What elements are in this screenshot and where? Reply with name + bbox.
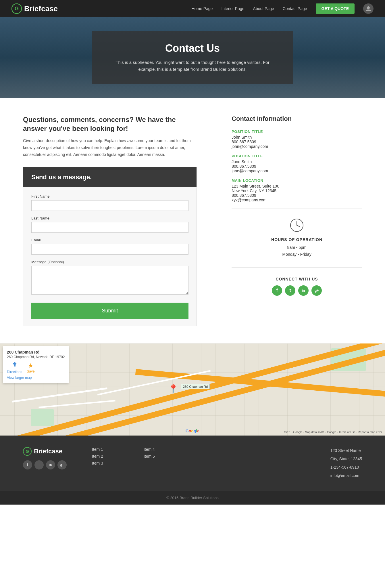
footer-street: 123 Street Name bbox=[330, 447, 362, 454]
directions-icon bbox=[11, 361, 18, 370]
footer-email: info@email.com bbox=[330, 472, 362, 479]
social-facebook[interactable]: f bbox=[272, 285, 282, 296]
contact-3-email: xyz@company.com bbox=[232, 198, 362, 202]
get-quote-button[interactable]: GET A QUOTE bbox=[316, 3, 355, 14]
footer-item-2[interactable]: Item 2 bbox=[92, 454, 126, 459]
form-header: Send us a message. bbox=[23, 167, 197, 187]
form-title: Send us a message. bbox=[31, 173, 92, 181]
hero-section: Contact Us This is a subheader. You migh… bbox=[0, 17, 385, 98]
map-actions: Directions ★ Save bbox=[7, 361, 65, 374]
map-info-address: 260 Chapman Rd, Newark, DE 19702 bbox=[7, 355, 65, 359]
footer-item-4[interactable]: Item 4 bbox=[144, 447, 178, 452]
contact-2-position: POSITION TITLE bbox=[232, 154, 362, 158]
map-save-button[interactable]: ★ Save bbox=[27, 362, 34, 373]
map-pin-label: 260 Chapman Rd bbox=[181, 384, 210, 389]
svg-line-5 bbox=[297, 225, 300, 227]
contact-3: MAIN LOCATION 123 Main Street, Suite 100… bbox=[232, 178, 362, 202]
nav-contact[interactable]: Contact Page bbox=[283, 6, 307, 11]
email-input[interactable] bbox=[31, 244, 188, 255]
last-name-input[interactable] bbox=[31, 222, 188, 233]
footer-social: f t in g+ bbox=[23, 460, 75, 469]
social-google[interactable]: g+ bbox=[311, 285, 322, 296]
footer-city: City, State, 12345 bbox=[330, 455, 362, 463]
contact-2-email: jane@company.com bbox=[232, 169, 362, 173]
footer-brand-text: Briefcase bbox=[34, 448, 62, 455]
contact-3-phone: 800.867.5309 bbox=[232, 193, 362, 198]
brand-name: Briefcase bbox=[24, 4, 58, 13]
navbar: G Briefcase Home Page Interior Page Abou… bbox=[0, 0, 385, 17]
footer-item-5[interactable]: Item 5 bbox=[144, 454, 178, 459]
right-column: Contact Information POSITION TITLE John … bbox=[214, 115, 362, 326]
contact-info-title: Contact Information bbox=[232, 115, 362, 123]
connect-title: CONNECT WITH US bbox=[232, 277, 362, 281]
first-name-label: First Name bbox=[31, 194, 188, 198]
first-name-input[interactable] bbox=[31, 200, 188, 211]
map-visual: 📍 260 Chapman Rd 260 Chapman Rd 260 Chap… bbox=[0, 343, 385, 436]
footer-inner: G Briefcase f t in g+ Item 1 Item 2 Item… bbox=[23, 447, 362, 480]
social-icons-group: f t in g+ bbox=[232, 285, 362, 296]
nav-links: Home Page Interior Page About Page Conta… bbox=[191, 3, 374, 14]
contact-1-position: POSITION TITLE bbox=[232, 129, 362, 134]
nav-home[interactable]: Home Page bbox=[191, 6, 213, 11]
section-description: Give a short description of how you can … bbox=[23, 138, 197, 158]
brand-logo[interactable]: G Briefcase bbox=[11, 3, 58, 14]
contact-2-phone: 800.867.5309 bbox=[232, 164, 362, 169]
nav-about[interactable]: About Page bbox=[253, 6, 274, 11]
save-label: Save bbox=[27, 369, 34, 373]
hours-title: HOURS OF OPERATION bbox=[232, 237, 362, 242]
footer-brand: G Briefcase f t in g+ bbox=[23, 447, 75, 469]
social-linkedin[interactable]: in bbox=[298, 285, 309, 296]
view-larger-map-link[interactable]: View larger map bbox=[7, 376, 65, 380]
footer-col-2: Item 4 Item 5 bbox=[144, 447, 178, 459]
contact-3-position: MAIN LOCATION bbox=[232, 178, 362, 183]
contact-1-name: John Smith bbox=[232, 135, 362, 140]
contact-3-address2: New York City, NY 12345 bbox=[232, 188, 362, 193]
footer-brand-icon: G bbox=[23, 447, 32, 456]
footer-facebook-icon[interactable]: f bbox=[23, 460, 32, 469]
save-icon: ★ bbox=[28, 362, 34, 369]
brand-icon: G bbox=[11, 3, 22, 14]
map-info-title: 260 Chapman Rd bbox=[7, 350, 65, 354]
footer-brand-name: G Briefcase bbox=[23, 447, 75, 456]
hero-title: Contact Us bbox=[115, 42, 270, 54]
svg-point-2 bbox=[367, 6, 370, 9]
footer-google-icon[interactable]: g+ bbox=[57, 460, 67, 469]
divider-2 bbox=[232, 267, 362, 268]
svg-text:G: G bbox=[26, 449, 29, 454]
footer-phone: 1-234-567-8910 bbox=[330, 464, 362, 471]
footer-item-1[interactable]: Item 1 bbox=[92, 447, 126, 452]
submit-button[interactable]: Submit bbox=[31, 303, 188, 319]
last-name-group: Last Name bbox=[31, 216, 188, 233]
map-green-2 bbox=[31, 409, 54, 426]
footer-col-1: Item 1 Item 2 Item 3 bbox=[92, 447, 126, 465]
contact-1: POSITION TITLE John Smith 800.867.5309 j… bbox=[232, 129, 362, 149]
contact-2-name: Jane Smith bbox=[232, 159, 362, 164]
divider-1 bbox=[232, 209, 362, 209]
email-label: Email bbox=[31, 238, 188, 242]
nav-interior[interactable]: Interior Page bbox=[221, 6, 244, 11]
svg-text:G: G bbox=[15, 6, 19, 12]
user-icon bbox=[365, 5, 371, 12]
svg-marker-6 bbox=[12, 362, 17, 366]
social-twitter[interactable]: t bbox=[285, 285, 295, 296]
message-label: Message (Optional) bbox=[31, 260, 188, 264]
avatar[interactable] bbox=[363, 3, 374, 14]
clock-icon bbox=[232, 218, 362, 235]
message-textarea[interactable] bbox=[31, 266, 188, 295]
message-group: Message (Optional) bbox=[31, 260, 188, 296]
contact-3-address1: 123 Main Street, Suite 100 bbox=[232, 184, 362, 188]
map-info-box: 260 Chapman Rd 260 Chapman Rd, Newark, D… bbox=[3, 346, 69, 383]
map-directions-button[interactable]: Directions bbox=[7, 361, 22, 374]
contact-form-box: Send us a message. First Name Last Name … bbox=[23, 167, 197, 326]
last-name-label: Last Name bbox=[31, 216, 188, 220]
footer-twitter-icon[interactable]: t bbox=[34, 460, 44, 469]
email-group: Email bbox=[31, 238, 188, 255]
contact-1-email: john@company.com bbox=[232, 144, 362, 149]
hours-section: HOURS OF OPERATION 8am - 5pm Monday - Fr… bbox=[232, 215, 362, 261]
map-section: 📍 260 Chapman Rd 260 Chapman Rd 260 Chap… bbox=[0, 343, 385, 436]
footer-linkedin-icon[interactable]: in bbox=[46, 460, 55, 469]
connect-section: CONNECT WITH US f t in g+ bbox=[232, 274, 362, 299]
footer-item-3[interactable]: Item 3 bbox=[92, 461, 126, 465]
hero-subtitle: This is a subheader. You might want to p… bbox=[115, 59, 270, 73]
directions-label: Directions bbox=[7, 370, 22, 374]
